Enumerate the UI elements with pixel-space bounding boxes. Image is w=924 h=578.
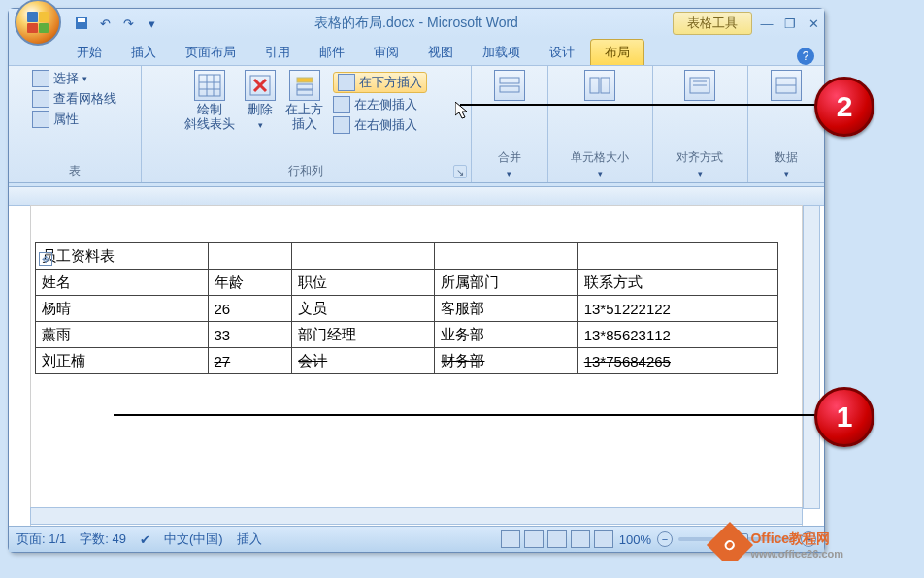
minimize-button[interactable]: —	[760, 16, 774, 31]
table-row: 员工资料表	[36, 243, 778, 270]
data-group-button[interactable]	[771, 70, 802, 101]
properties-button[interactable]: 属性	[32, 111, 116, 128]
vertical-scrollbar[interactable]	[803, 205, 820, 509]
alignment-icon	[684, 70, 715, 101]
status-page[interactable]: 页面: 1/1	[16, 530, 66, 548]
group-cell-size-title: 单元格大小▾	[558, 147, 643, 182]
callout-leader-1	[114, 414, 866, 416]
data-table[interactable]: 员工资料表 姓名年龄职位所属部门联系方式 杨晴26文员客服部13*5122212…	[35, 242, 778, 374]
insert-right-icon	[333, 116, 350, 134]
gridlines-icon	[32, 90, 50, 108]
group-table-title: 表	[18, 161, 131, 182]
insert-left-button[interactable]: 在左侧插入	[333, 96, 427, 113]
alignment-group-button[interactable]	[684, 70, 715, 101]
status-insert-mode[interactable]: 插入	[237, 530, 262, 548]
table-row: 薰雨33部门经理业务部13*85623112	[36, 322, 778, 348]
svg-rect-12	[297, 90, 313, 95]
table-grid-icon	[194, 70, 225, 101]
insert-above-icon	[289, 70, 320, 101]
document-area: ✥ 员工资料表 姓名年龄职位所属部门联系方式 杨晴26文员客服部13*51222…	[9, 186, 824, 527]
tab-view[interactable]: 视图	[414, 40, 467, 65]
view-gridlines-button[interactable]: 查看网格线	[32, 90, 116, 108]
ribbon: 选择▾ 查看网格线 属性 表 绘制 斜线表头 删除▾	[9, 65, 824, 183]
callout-1: 1	[814, 387, 874, 447]
callout-leader-2	[460, 104, 866, 106]
status-language[interactable]: 中文(中国)	[164, 530, 223, 548]
rows-cols-launcher[interactable]: ↘	[453, 165, 467, 178]
insert-below-icon	[338, 74, 355, 91]
status-bar: 页面: 1/1 字数: 49 ✔ 中文(中国) 插入 100% − +	[9, 526, 824, 552]
svg-rect-13	[500, 78, 519, 83]
insert-above-button[interactable]: 在上方 插入	[285, 70, 323, 132]
pointer-icon	[32, 70, 50, 87]
tab-page-layout[interactable]: 页面布局	[172, 40, 249, 65]
delete-button[interactable]: 删除▾	[245, 70, 276, 132]
horizontal-scrollbar[interactable]	[30, 507, 803, 525]
restore-button[interactable]: ❐	[783, 16, 797, 31]
tab-design[interactable]: 设计	[536, 40, 588, 65]
cell-size-icon	[584, 70, 615, 101]
proofing-icon[interactable]: ✔	[140, 532, 150, 547]
delete-icon	[245, 70, 276, 101]
properties-icon	[32, 111, 50, 128]
tab-addins[interactable]: 加载项	[469, 40, 534, 65]
close-button[interactable]: ✕	[807, 16, 820, 31]
status-word-count[interactable]: 字数: 49	[80, 530, 126, 548]
svg-rect-2	[199, 75, 220, 96]
tab-layout[interactable]: 布局	[590, 39, 644, 65]
draw-diagonal-button[interactable]: 绘制 斜线表头	[184, 70, 235, 132]
group-alignment-title: 对齐方式▾	[663, 147, 738, 182]
qat-redo-icon[interactable]: ↷	[119, 15, 137, 32]
horizontal-ruler[interactable]	[9, 187, 824, 206]
tab-mail[interactable]: 邮件	[306, 40, 358, 65]
data-icon	[771, 70, 802, 101]
watermark: O Office教程网 www.office26.com	[713, 529, 843, 561]
svg-rect-10	[297, 78, 313, 82]
svg-rect-16	[601, 78, 610, 93]
qat-save-icon[interactable]	[73, 15, 90, 32]
tab-review[interactable]: 审阅	[360, 40, 412, 65]
insert-left-icon	[333, 96, 350, 113]
group-data-title: 数据▾	[758, 147, 814, 182]
insert-below-button[interactable]: 在下方插入	[333, 72, 427, 93]
callout-2: 2	[814, 77, 874, 137]
qat-more-icon[interactable]: ▾	[143, 15, 160, 32]
svg-rect-1	[78, 18, 85, 22]
tab-insert[interactable]: 插入	[117, 40, 170, 65]
cell-size-group-button[interactable]	[584, 70, 615, 101]
tab-home[interactable]: 开始	[63, 40, 116, 65]
table-row: 刘正楠27会计财务部13*75684265	[36, 348, 778, 374]
document-page[interactable]: ✥ 员工资料表 姓名年龄职位所属部门联系方式 杨晴26文员客服部13*51222…	[30, 205, 803, 527]
zoom-level[interactable]: 100%	[619, 532, 651, 547]
office-orb[interactable]	[15, 0, 61, 46]
insert-right-button[interactable]: 在右侧插入	[333, 116, 427, 134]
group-merge-title: 合并▾	[481, 147, 538, 182]
table-row: 杨晴26文员客服部13*51222122	[36, 296, 778, 322]
help-icon[interactable]: ?	[797, 48, 814, 65]
svg-rect-14	[500, 86, 519, 92]
merge-group-button[interactable]	[494, 70, 525, 101]
svg-rect-11	[297, 84, 313, 89]
svg-rect-15	[590, 78, 599, 93]
table-row: 姓名年龄职位所属部门联系方式	[36, 270, 778, 296]
window-title: 表格的布局.docx - Microsoft Word	[160, 15, 673, 32]
zoom-out-button[interactable]: −	[657, 531, 673, 547]
view-mode-buttons[interactable]	[501, 530, 613, 548]
tab-references[interactable]: 引用	[251, 40, 304, 65]
select-button[interactable]: 选择▾	[32, 70, 116, 87]
merge-icon	[494, 70, 525, 101]
group-rows-cols-title: 行和列	[151, 161, 461, 182]
contextual-tab-label: 表格工具	[673, 12, 752, 35]
table-move-handle[interactable]: ✥	[39, 252, 52, 266]
qat-undo-icon[interactable]: ↶	[96, 15, 114, 32]
